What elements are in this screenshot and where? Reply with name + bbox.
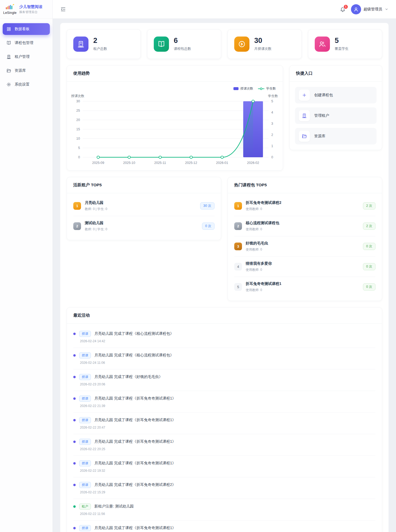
- quick-entry-item[interactable]: 管理租户: [295, 107, 377, 124]
- building-icon: [73, 37, 88, 52]
- list-item[interactable]: 4 猜猜我有多爱你 使用教师: 0 0 次: [234, 257, 375, 277]
- activity-text: 月亮幼儿园 完成了课程《折耳兔奇奇测试课程2》: [94, 482, 176, 487]
- user-menu[interactable]: 超级管理员: [351, 4, 389, 14]
- notifications-button[interactable]: 5: [340, 6, 346, 12]
- quick-entry-title: 快捷入口: [290, 66, 382, 82]
- legend-item[interactable]: 学生数: [258, 86, 276, 91]
- sidebar-item-label: 课程包管理: [15, 41, 33, 45]
- svg-text:5: 5: [78, 146, 80, 150]
- collapse-sidebar-icon[interactable]: [60, 6, 66, 12]
- stat-value: 2: [93, 37, 107, 44]
- activity-item: 授课 月亮幼儿园 完成了课程《折耳兔奇奇测试课程1》 2026-02-22 19…: [73, 456, 375, 477]
- activity-dot: [73, 505, 76, 508]
- activity-dot: [73, 527, 76, 529]
- activity-tag: 授课: [79, 417, 91, 423]
- activity-time: 2026-02-22 11:56: [80, 512, 375, 516]
- activity-dot: [73, 333, 76, 335]
- legend-bar-swatch: [233, 87, 239, 90]
- open-book-icon: [6, 41, 11, 45]
- sidebar-item[interactable]: 资源库: [3, 65, 50, 76]
- svg-text:2: 2: [271, 133, 273, 137]
- svg-text:0: 0: [271, 155, 273, 159]
- activity-dot: [73, 462, 76, 465]
- recent-activity-card: 最近活动 授课 月亮幼儿园 完成了课程《核心流程测试课程包》 2026-02-2…: [67, 307, 382, 532]
- activity-text: 月亮幼儿园 完成了课程《折耳兔奇奇测试课程1》: [94, 461, 176, 466]
- sidebar-item[interactable]: 课程包管理: [3, 37, 50, 49]
- rank-badge: 3: [234, 243, 242, 250]
- svg-text:1: 1: [271, 144, 273, 148]
- item-meta: 使用教师: 0: [246, 288, 359, 292]
- rank-badge: 5: [234, 283, 242, 291]
- activity-item: 授课 月亮幼儿园 完成了课程《折耳兔奇奇测试课程1》 2026-02-22 20…: [73, 434, 375, 456]
- activity-time: 2026-02-24 14:42: [80, 339, 375, 343]
- quick-entry-list: 创建课程包 管理租户 资源库: [290, 82, 382, 150]
- sidebar-item-label: 租户管理: [15, 54, 30, 59]
- activity-text: 月亮幼儿园 完成了课程《折耳兔奇奇测试课程1》: [94, 439, 176, 444]
- usage-trend-card: 使用趋势 授课次数学生数 051015202530012345授课次数学生数20…: [67, 65, 283, 171]
- svg-text:2026-01: 2026-01: [216, 161, 228, 165]
- list-item[interactable]: 2 核心流程测试课程包 使用教师: 0 2 次: [234, 216, 375, 236]
- stat-label: 覆盖学生: [335, 46, 349, 51]
- item-meta: 使用教师: 0: [246, 227, 359, 232]
- quick-entry-item[interactable]: 资源库: [295, 128, 377, 144]
- svg-text:2026-02: 2026-02: [247, 161, 259, 165]
- gear-icon: [6, 82, 11, 87]
- top5-row: 活跃租户 TOP5 1 月亮幼儿园 教师: 0 | 学生: 0 30 次 2 测…: [67, 177, 382, 301]
- sidebar-item[interactable]: 租户管理: [3, 51, 50, 63]
- stat-value: 30: [254, 37, 272, 44]
- svg-text:2025-09: 2025-09: [92, 161, 104, 165]
- svg-text:30: 30: [76, 99, 80, 103]
- activity-dot: [73, 419, 76, 421]
- item-meta: 使用教师: 0: [246, 247, 359, 252]
- activity-item: 授课 月亮幼儿园 完成了课程《核心流程测试课程包》 2026-02-24 14:…: [73, 326, 375, 348]
- quick-entry-label: 资源库: [314, 134, 325, 139]
- app-subtitle: 服务管理后台: [19, 10, 42, 14]
- sidebar-item[interactable]: 数据看板: [3, 23, 50, 35]
- quick-entry-label: 管理租户: [314, 113, 329, 118]
- brand-name: LeSingle: [3, 11, 17, 15]
- usage-trend-chart: 051015202530012345授课次数学生数2025-092025-102…: [67, 91, 283, 170]
- notification-badge: 5: [343, 4, 348, 9]
- activity-dot: [73, 354, 76, 357]
- usage-trend-title: 使用趋势: [67, 66, 283, 82]
- svg-text:2025-11: 2025-11: [154, 161, 166, 165]
- stat-card: 2 租户总数: [67, 29, 141, 59]
- sidebar-item[interactable]: 系统设置: [3, 79, 50, 90]
- svg-text:10: 10: [76, 137, 80, 140]
- svg-text:25: 25: [76, 109, 80, 112]
- activity-text: 月亮幼儿园 完成了课程《折耳兔奇奇测试课程1》: [94, 418, 176, 422]
- list-item[interactable]: 1 折耳兔奇奇测试课程2 使用教师: 0 2 次: [234, 196, 375, 216]
- list-item[interactable]: 2 测试幼儿园 教师: 0 | 学生: 0 0 次: [73, 216, 215, 236]
- brand-logo-icon: [5, 4, 15, 11]
- stat-label: 月授课次数: [254, 46, 272, 51]
- active-tenants-card: 活跃租户 TOP5 1 月亮幼儿园 教师: 0 | 学生: 0 30 次 2 测…: [67, 177, 221, 240]
- quick-entry-card: 快捷入口 创建课程包 管理租户 资源库: [289, 65, 382, 150]
- user-name: 超级管理员: [363, 7, 382, 12]
- legend-item[interactable]: 授课次数: [233, 86, 253, 91]
- count-badge: 0 次: [363, 283, 375, 291]
- quick-entry-item[interactable]: 创建课程包: [295, 87, 377, 103]
- list-item[interactable]: 1 月亮幼儿园 教师: 0 | 学生: 0 30 次: [73, 196, 215, 216]
- list-item[interactable]: 5 折耳兔奇奇测试课程1 使用教师: 0 0 次: [234, 277, 375, 297]
- list-item[interactable]: 3 好饿的毛毛虫 使用教师: 0 0 次: [234, 236, 375, 257]
- activity-item: 授课 月亮幼儿园 完成了课程《折耳兔奇奇测试课程1》 2026-02-22 21…: [73, 391, 375, 413]
- svg-text:15: 15: [76, 127, 80, 131]
- svg-text:5: 5: [271, 99, 273, 103]
- activity-time: 2026-02-22 20:25: [80, 447, 375, 451]
- activity-tag: 授课: [79, 482, 91, 488]
- rank-badge: 1: [73, 202, 81, 210]
- activity-time: 2026-02-22 19:32: [80, 469, 375, 473]
- item-name: 测试幼儿园: [85, 221, 198, 225]
- sidebar-nav: 数据看板 课程包管理 租户管理 资源库 系统设置: [0, 19, 52, 95]
- activity-item: 租户 新租户注册: 测试幼儿园 2026-02-22 11:56: [73, 499, 375, 521]
- count-badge: 0 次: [202, 223, 215, 230]
- activity-text: 月亮幼儿园 完成了课程《折耳兔奇奇测试课程1》: [94, 396, 176, 401]
- rank-badge: 4: [234, 263, 242, 271]
- activity-tag: 授课: [79, 460, 91, 466]
- svg-text:0: 0: [78, 155, 80, 159]
- item-meta: 教师: 0 | 学生: 0: [85, 227, 198, 232]
- activity-text: 月亮幼儿园 完成了课程《好饿的毛毛虫》: [94, 374, 163, 379]
- active-tenants-list: 1 月亮幼儿园 教师: 0 | 学生: 0 30 次 2 测试幼儿园 教师: 0…: [67, 193, 221, 240]
- hot-packages-list: 1 折耳兔奇奇测试课程2 使用教师: 0 2 次 2 核心流程测试课程包 使用教…: [228, 193, 382, 301]
- chart-legend: 授课次数学生数: [67, 82, 283, 91]
